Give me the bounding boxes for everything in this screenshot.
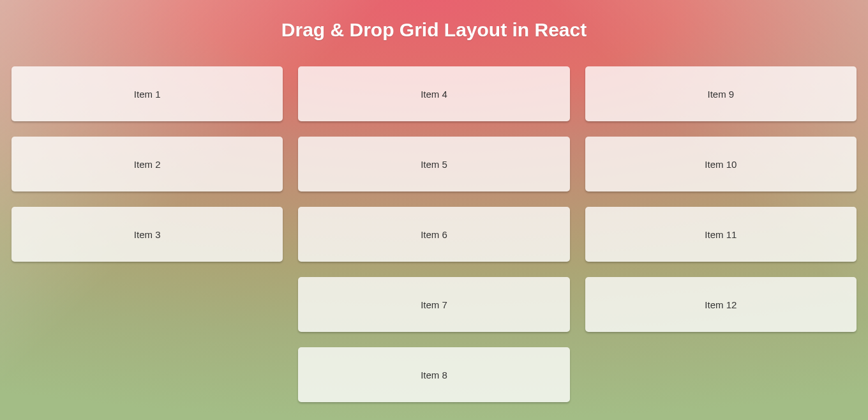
grid-item[interactable]: Item 3 <box>11 207 283 262</box>
grid-item[interactable]: Item 4 <box>298 66 569 121</box>
grid-item-label: Item 10 <box>705 159 737 170</box>
grid-item[interactable]: Item 7 <box>298 277 569 332</box>
grid-item-label: Item 5 <box>421 159 447 170</box>
grid-container: Item 1 Item 2 Item 3 Item 4 Item 5 Item … <box>11 66 857 402</box>
grid-column-1[interactable]: Item 1 Item 2 Item 3 <box>11 66 283 402</box>
grid-item[interactable]: Item 2 <box>11 137 283 191</box>
grid-item[interactable]: Item 8 <box>298 347 569 402</box>
grid-item-label: Item 8 <box>421 370 447 380</box>
grid-item[interactable]: Item 5 <box>298 137 569 191</box>
grid-item[interactable]: Item 11 <box>585 207 857 262</box>
grid-item-label: Item 4 <box>421 89 447 100</box>
grid-item[interactable]: Item 1 <box>11 66 283 121</box>
grid-item-label: Item 3 <box>134 229 161 240</box>
grid-item-label: Item 11 <box>705 229 737 240</box>
grid-item-label: Item 9 <box>707 89 734 100</box>
grid-item[interactable]: Item 12 <box>585 277 857 332</box>
grid-item[interactable]: Item 10 <box>585 137 857 191</box>
grid-column-2[interactable]: Item 4 Item 5 Item 6 Item 7 Item 8 <box>298 66 569 402</box>
page-title: Drag & Drop Grid Layout in React <box>11 19 857 41</box>
grid-item[interactable]: Item 9 <box>585 66 857 121</box>
grid-item[interactable]: Item 6 <box>298 207 569 262</box>
grid-item-label: Item 7 <box>421 299 447 310</box>
grid-item-label: Item 12 <box>705 299 737 310</box>
grid-item-label: Item 2 <box>134 159 161 170</box>
grid-item-label: Item 6 <box>421 229 447 240</box>
grid-column-3[interactable]: Item 9 Item 10 Item 11 Item 12 <box>585 66 857 402</box>
grid-item-label: Item 1 <box>134 89 161 100</box>
